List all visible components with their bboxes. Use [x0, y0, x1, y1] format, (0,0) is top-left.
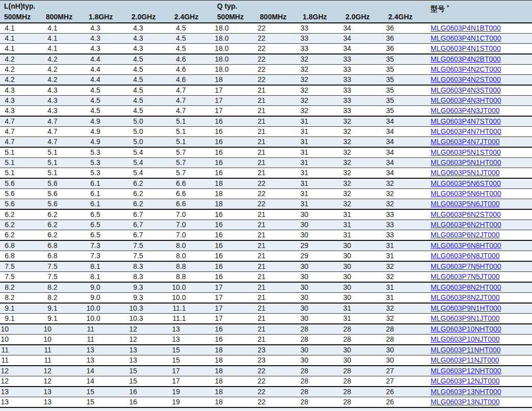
table-row: 6.86.87.37.58.01621293031MLG0603P6N8HT00…	[0, 240, 532, 251]
part-number-link[interactable]: MLG0603P7N5JT000	[431, 272, 499, 281]
part-number-link[interactable]: MLG0603P4N7ST000	[431, 117, 501, 125]
q-value-cell: 34	[385, 137, 428, 148]
l-value-cell: 5.1	[171, 116, 214, 127]
l-value-cell: 12	[128, 335, 171, 345]
part-number-cell: MLG0603P6N2HT000	[428, 220, 532, 230]
part-number-link[interactable]: MLG0603P5N1JT000	[431, 169, 499, 177]
part-number-cell: MLG0603P8N2JT000	[428, 293, 532, 304]
part-number-cell: MLG0603P8N2HT000	[428, 282, 532, 293]
part-number-link[interactable]: MLG0603P4N3ST000	[431, 86, 501, 94]
part-number-link[interactable]: MLG0603P4N1ST000	[431, 44, 501, 52]
part-number-cell: MLG0603P5N1ST000	[428, 147, 532, 158]
part-number-link[interactable]: MLG0603P4N3HT000	[431, 96, 501, 104]
l-value-cell: 5.1	[43, 168, 86, 179]
part-number-link[interactable]: MLG0603P5N6JT000	[431, 200, 499, 208]
part-number-link[interactable]: MLG0603P6N2HT000	[431, 221, 501, 229]
l-value-cell: 13	[43, 397, 86, 408]
part-number-link[interactable]: MLG0603P9N1JT000	[431, 314, 499, 322]
table-row: 4.24.24.44.54.61822323335MLG0603P4N2ST00…	[0, 75, 532, 86]
q-value-cell: 28	[300, 387, 342, 397]
l-value-cell: 4.3	[128, 23, 171, 34]
part-number-link[interactable]: MLG0603P10NJT000	[431, 335, 499, 343]
q-value-cell: 21	[257, 116, 300, 127]
part-number-link[interactable]: MLG0603P4N2BT000	[431, 55, 501, 63]
q-value-cell: 16	[214, 335, 257, 345]
l-value-cell: 6.1	[86, 178, 128, 189]
part-number-link[interactable]: MLG0603P4N3JT000	[431, 106, 499, 115]
part-number-cell: MLG0603P13NHT000	[428, 387, 532, 397]
part-number-cell: MLG0603P11NJT000	[428, 355, 532, 366]
l-value-cell: 6.7	[128, 209, 171, 220]
q-value-cell: 32	[342, 199, 385, 210]
part-number-link[interactable]: MLG0603P4N1BT000	[431, 24, 501, 32]
part-number-link[interactable]: MLG0603P4N2ST000	[431, 75, 501, 84]
part-number-link[interactable]: MLG0603P8N2HT000	[431, 283, 501, 291]
part-number-link[interactable]: MLG0603P12NHT000	[431, 367, 501, 375]
q-value-cell: 17	[214, 282, 257, 293]
part-number-cell: MLG0603P12NJT000	[428, 376, 532, 387]
part-number-group-header: 型号 *	[428, 1, 532, 23]
table-row: 4.34.34.54.54.71721323335MLG0603P4N3HT00…	[0, 96, 532, 106]
part-number-link[interactable]: MLG0603P11NJT000	[431, 356, 499, 364]
l-value-cell: 4.3	[86, 44, 128, 54]
q-value-cell: 21	[257, 314, 300, 324]
part-number-link[interactable]: MLG0603P4N1CT000	[431, 34, 501, 42]
q-value-cell: 16	[214, 127, 257, 137]
q-value-cell: 18.0	[214, 23, 257, 34]
table-row: 5.65.66.16.26.61822313232MLG0603P5N6ST00…	[0, 178, 532, 189]
q-value-cell: 22	[257, 366, 300, 376]
q-value-cell: 16	[214, 261, 257, 272]
part-number-link[interactable]: MLG0603P5N1ST000	[431, 148, 501, 156]
l-value-cell: 8.3	[128, 272, 171, 283]
table-row: 9.19.110.010.311.11721303132MLG0603P9N1H…	[0, 303, 532, 314]
l-value-cell: 4.2	[43, 75, 86, 86]
part-number-cell: MLG0603P4N1ST000	[428, 44, 532, 54]
part-number-link[interactable]: MLG0603P13NHT000	[431, 388, 501, 396]
part-number-cell: MLG0603P4N1BT000	[428, 23, 532, 34]
part-number-link[interactable]: MLG0603P10NHT000	[431, 325, 501, 333]
q-value-cell: 21	[257, 230, 300, 241]
q-value-cell: 18	[214, 178, 257, 189]
q-value-cell: 31	[300, 137, 342, 148]
part-number-cell: MLG0603P5N6HT000	[428, 189, 532, 199]
part-number-link[interactable]: MLG0603P4N7HT000	[431, 127, 501, 135]
part-number-link[interactable]: MLG0603P13NJT000	[431, 398, 499, 406]
part-number-link[interactable]: MLG0603P4N7JT000	[431, 138, 499, 146]
q-value-cell: 33	[342, 75, 385, 86]
q-value-cell: 32	[300, 54, 342, 65]
q-value-cell: 34	[385, 127, 428, 137]
l-value-cell: 7.3	[86, 240, 128, 251]
l-value-cell: 5.7	[171, 158, 214, 168]
q-value-cell: 21	[257, 158, 300, 168]
part-number-link[interactable]: MLG0603P9N1HT000	[431, 304, 501, 312]
l-value-cell: 4.5	[128, 85, 171, 96]
part-number-link[interactable]: MLG0603P6N2JT000	[431, 231, 499, 239]
l-value-cell: 4.3	[86, 34, 128, 44]
q-value-cell: 17	[214, 293, 257, 304]
l-value-cell: 5.1	[171, 137, 214, 148]
part-number-link[interactable]: MLG0603P8N2JT000	[431, 293, 499, 302]
q-value-cell: 31	[300, 127, 342, 137]
q-value-cell: 21	[257, 106, 300, 117]
part-number-link[interactable]: MLG0603P11NHT000	[431, 346, 500, 354]
q-value-cell: 16	[214, 209, 257, 220]
l-value-cell: 4.9	[86, 137, 128, 148]
part-number-link[interactable]: MLG0603P5N6HT000	[431, 189, 501, 198]
part-number-link[interactable]: MLG0603P6N8HT000	[431, 241, 501, 250]
part-number-link[interactable]: MLG0603P7N5HT000	[431, 262, 501, 270]
q-value-cell: 35	[385, 54, 428, 65]
footnote-asterisk: *	[447, 5, 449, 10]
l-value-cell: 4.2	[43, 65, 86, 75]
part-number-cell: MLG0603P4N2CT000	[428, 65, 532, 75]
q-value-cell: 29	[300, 251, 342, 262]
part-number-link[interactable]: MLG0603P6N2ST000	[431, 210, 501, 218]
part-number-link[interactable]: MLG0603P4N2CT000	[431, 65, 501, 73]
part-number-link[interactable]: MLG0603P5N6ST000	[431, 179, 501, 187]
l-value-cell: 8.8	[171, 272, 214, 283]
part-number-link[interactable]: MLG0603P6N8JT000	[431, 252, 499, 260]
q-value-cell: 22	[257, 34, 300, 44]
part-number-cell: MLG0603P6N2ST000	[428, 209, 532, 220]
part-number-link[interactable]: MLG0603P5N1HT000	[431, 158, 501, 167]
part-number-link[interactable]: MLG0603P12NJT000	[431, 377, 499, 385]
l-value-cell: 4.1	[43, 34, 86, 44]
